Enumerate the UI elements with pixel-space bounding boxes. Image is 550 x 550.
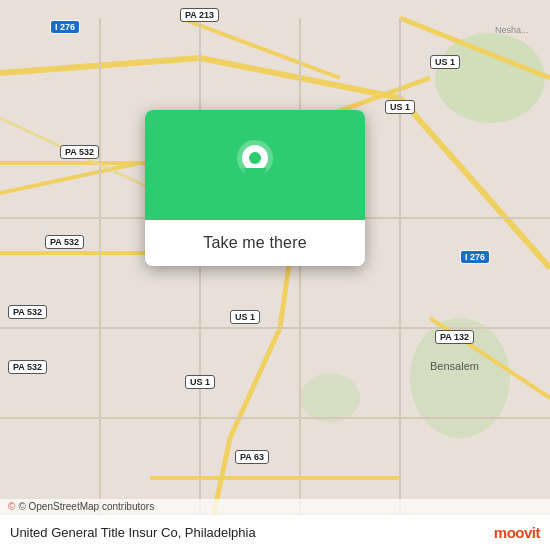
road-badge-us1-top: US 1 (430, 55, 460, 69)
road-badge-i276-right: I 276 (460, 250, 490, 264)
road-badge-pa213: PA 213 (180, 8, 219, 22)
popup-card: Take me there (145, 110, 365, 266)
attribution-text: © OpenStreetMap contributors (18, 501, 154, 512)
moovit-logo-text: moovit (494, 524, 540, 541)
svg-text:Nesha...: Nesha... (495, 25, 529, 35)
location-title: United General Title Insur Co, Philadelp… (10, 525, 488, 540)
place-label-bensalem: Bensalem (430, 360, 479, 372)
road-badge-pa532-mid: PA 532 (60, 145, 99, 159)
svg-marker-30 (243, 168, 267, 192)
map-container: Nesha... I 276 PA 213 US 1 US 1 PA 532 P… (0, 0, 550, 550)
road-badge-us1-top2: US 1 (385, 100, 415, 114)
popup-green-area (145, 110, 365, 220)
take-me-there-button[interactable]: Take me there (203, 234, 306, 252)
attribution-bar: © © OpenStreetMap contributors (0, 499, 550, 514)
road-badge-pa532-low2: PA 532 (8, 360, 47, 374)
svg-point-3 (300, 373, 360, 423)
road-badge-pa532-mid2: PA 532 (45, 235, 84, 249)
road-badge-i276-top: I 276 (50, 20, 80, 34)
copyright-icon: © (8, 501, 15, 512)
road-badge-pa532-low: PA 532 (8, 305, 47, 319)
bottom-bar: United General Title Insur Co, Philadelp… (0, 514, 550, 550)
svg-point-1 (435, 33, 545, 123)
road-badge-pa132: PA 132 (435, 330, 474, 344)
road-badge-pa63: PA 63 (235, 450, 269, 464)
road-badge-us1-low: US 1 (185, 375, 215, 389)
location-pin-icon (233, 138, 277, 192)
map-background: Nesha... (0, 0, 550, 550)
svg-point-29 (249, 152, 261, 164)
road-badge-us1-mid: US 1 (230, 310, 260, 324)
moovit-logo: moovit (494, 524, 540, 541)
popup-button-area[interactable]: Take me there (145, 220, 365, 266)
